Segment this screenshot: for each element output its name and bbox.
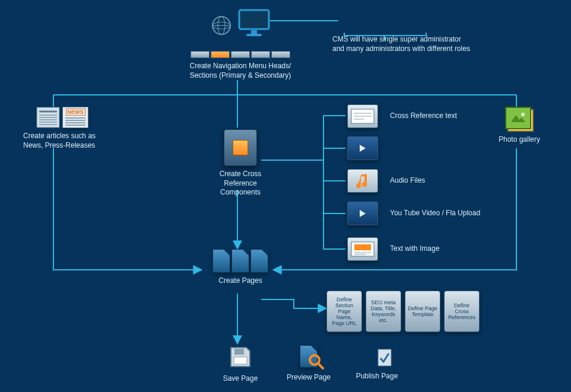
youtube-icon	[347, 202, 378, 225]
articles-node: NEWS Create articles such as News, Press…	[21, 107, 104, 150]
preview-page-node: Preview Page	[282, 345, 335, 383]
component-text-image: Text with Image	[347, 237, 439, 261]
nav-tab	[231, 51, 250, 58]
monitor-icon	[238, 9, 270, 36]
articles-label: Create articles such as News, Press-Rele…	[21, 132, 104, 150]
card-section: Define Section Page Name, Page URL	[326, 291, 362, 332]
component-label: You Tube Video / Fla Upload	[390, 209, 480, 218]
nav-tab	[251, 51, 270, 58]
approve-page-icon	[378, 349, 392, 366]
svg-line-26	[318, 364, 323, 368]
publish-label: Publish Page	[350, 372, 404, 381]
card-crossref: Define Cross References	[444, 291, 480, 332]
admins-label: CMS will have single super administrator…	[332, 35, 475, 53]
svg-rect-24	[234, 357, 247, 364]
create-pages-node: Create Pages	[205, 249, 276, 286]
component-label: Cross Reference text	[390, 111, 457, 121]
component-crossref-text: Cross Reference text	[347, 104, 457, 128]
nav-tabs-group: Create Navigation Menu Heads/ Sections (…	[187, 51, 294, 80]
save-icon	[229, 345, 252, 369]
news-badge: NEWS	[66, 109, 85, 116]
cross-ref-node: Create Cross Reference Components	[205, 129, 276, 197]
text-image-icon	[347, 237, 378, 261]
publish-page-node: Publish Page	[350, 345, 404, 381]
card-template: Define Page Template	[405, 291, 440, 332]
super-admin-icon	[335, 8, 350, 30]
top-devices	[205, 9, 276, 36]
create-pages-label: Create Pages	[205, 276, 276, 286]
svg-rect-27	[378, 349, 391, 366]
component-label: Text with Image	[390, 244, 439, 254]
svg-rect-6	[246, 34, 262, 36]
component-video	[347, 136, 390, 160]
globe-icon	[211, 15, 232, 36]
cross-ref-label: Create Cross Reference Components	[205, 170, 276, 197]
component-audio: Audio Files	[347, 169, 425, 193]
nav-tab-active	[211, 51, 230, 58]
admin-icon	[357, 8, 372, 30]
svg-rect-4	[239, 10, 269, 29]
admin-icon	[379, 8, 395, 30]
nav-tab	[271, 51, 290, 58]
page-config-cards: Define Section Page Name, Page URL SEO m…	[326, 291, 480, 332]
page-icon	[231, 249, 249, 273]
svg-rect-23	[234, 349, 244, 355]
component-label: Audio Files	[390, 176, 425, 186]
svg-point-22	[521, 113, 525, 116]
admin-icon	[401, 8, 417, 30]
magnifier-icon	[308, 353, 325, 370]
preview-label: Preview Page	[282, 373, 335, 383]
form-icon	[347, 104, 378, 128]
svg-rect-5	[251, 30, 257, 34]
card-seo: SEO meta Data, Title, Keywords etc.	[366, 291, 401, 332]
save-page-node: Save Page	[220, 345, 261, 384]
save-label: Save Page	[220, 374, 261, 384]
audio-icon	[347, 169, 378, 193]
svg-rect-19	[354, 244, 371, 250]
nav-label: Create Navigation Menu Heads/ Sections (…	[187, 62, 294, 80]
nav-tab	[191, 51, 210, 58]
page-icon	[250, 249, 268, 273]
gallery-node: Photo gallery	[493, 107, 546, 145]
newspaper-icon	[36, 107, 60, 128]
gallery-label: Photo gallery	[493, 135, 546, 145]
video-icon	[347, 136, 378, 160]
admins-group: CMS will have single super administrator…	[332, 8, 475, 53]
page-icon	[212, 249, 230, 273]
component-youtube: You Tube Video / Fla Upload	[347, 202, 480, 225]
